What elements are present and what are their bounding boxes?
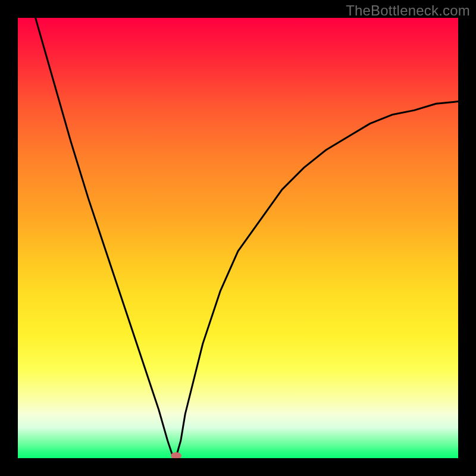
chart-frame: TheBottleneck.com [0,0,476,476]
curve-path [36,18,458,456]
bottleneck-curve [18,18,458,458]
plot-area [18,18,458,458]
minimum-marker [171,452,181,458]
watermark-text: TheBottleneck.com [346,2,470,19]
